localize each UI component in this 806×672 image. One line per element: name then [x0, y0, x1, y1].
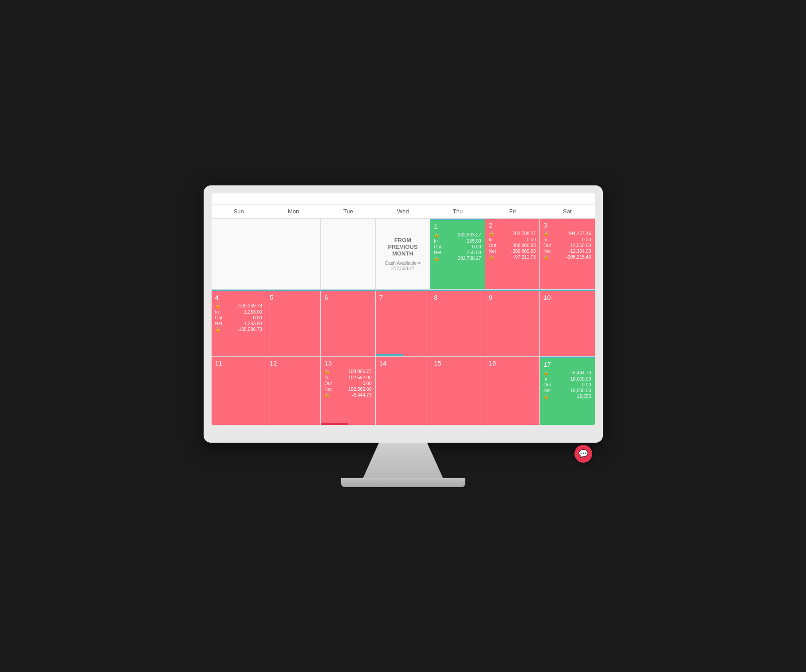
day-header-sun: Sun [212, 204, 266, 218]
cell-day-number: 7 [379, 294, 426, 301]
cell-data-row: Net18,000.00 [543, 388, 591, 393]
cell-data-row: 🔒-108,006.73 [324, 369, 371, 374]
from-prev-subtitle: Cash Availiable =202,533.27 [385, 260, 421, 271]
cell-data-label: 🔒 [434, 255, 440, 261]
cell-bar [321, 423, 348, 425]
cal-cell-2-1[interactable]: 12 [266, 357, 321, 425]
cal-cell-1-4[interactable]: 8 [430, 291, 485, 356]
day-header-tue: Tue [321, 204, 375, 218]
cell-data-row: 🔒-97,211.73 [489, 254, 536, 260]
cell-data-label: In [543, 376, 547, 381]
cal-cell-1-5[interactable]: 9 [485, 291, 540, 356]
cell-data-row: Net-12,304.00 [543, 248, 591, 254]
cell-data-row: In0.00 [489, 237, 536, 242]
monitor-stand [363, 443, 443, 478]
cell-data-row: Out12,560.00 [543, 243, 591, 248]
cell-data-row: 🔒202,788.27 [434, 255, 481, 261]
cal-cell-1-3[interactable]: 7 [376, 291, 430, 356]
screen-bezel: SunMonTueWedThuFriSat FROM PREVIOUS MONT… [204, 185, 603, 443]
cal-cell-1-2[interactable]: 6 [321, 291, 375, 356]
cell-data-row: Out0.00 [543, 382, 591, 387]
calendar-grid: FROM PREVIOUS MONTH Cash Availiable =202… [212, 219, 595, 425]
cell-data-row: 🔒-194,167.46 [543, 231, 591, 236]
cell-day-number: 11 [215, 359, 262, 367]
cell-data-value: -5,444.73 [571, 370, 591, 375]
calendar-row-1: 4🔒-109,259.73In1,253.00Out0.00Net1,253.0… [212, 290, 595, 356]
cell-data-value: -300,000.00 [511, 248, 536, 254]
calendar-title [212, 193, 595, 204]
cell-data-value: -108,006.73 [237, 326, 262, 332]
cal-cell-0-6[interactable]: 3🔒-194,167.46In0.00Out12,560.00Net-12,30… [540, 219, 594, 289]
day-header-thu: Thu [430, 204, 485, 218]
monitor-base [341, 478, 465, 487]
calendar-row-2: 111213🔒-108,006.73In102,562.00Out0.00Net… [212, 356, 595, 425]
cell-financial-data: 🔒-194,167.46In0.00Out12,560.00Net-12,304… [543, 231, 591, 260]
from-previous-label: FROM PREVIOUS MONTH Cash Availiable =202… [379, 221, 426, 287]
cell-data-label: Net [489, 248, 496, 254]
cal-cell-1-0[interactable]: 4🔒-109,259.73In1,253.00Out0.00Net1,253.0… [212, 291, 266, 356]
cal-cell-2-4[interactable]: 15 [430, 357, 485, 425]
cell-data-value: -108,006.73 [347, 369, 372, 374]
cell-data-label: 🔒 [489, 254, 495, 260]
cell-data-value: -194,167.46 [566, 231, 591, 236]
screen: SunMonTueWedThuFriSat FROM PREVIOUS MONT… [212, 193, 595, 425]
cell-data-value: -97,211.73 [514, 254, 536, 259]
cell-data-label: 🔒 [324, 369, 330, 374]
cell-data-value: 202,533.27 [458, 232, 481, 237]
cell-data-value: 1,253.00 [244, 321, 262, 326]
cell-data-label: 🔒 [543, 231, 549, 236]
cell-data-label: 🔒 [215, 303, 221, 309]
day-header-fri: Fri [485, 204, 540, 218]
cell-data-row: 🔒-5,444.73 [324, 392, 371, 398]
cell-data-row: 🔒202,533.27 [434, 232, 481, 238]
cell-financial-data: 🔒202,788.27In0.00Out300,000.00Net-300,00… [489, 231, 536, 260]
cal-cell-0-4[interactable]: 1🔒202,533.27In255.00Out0.00Net255.00🔒202… [430, 219, 485, 289]
cell-day-number: 4 [215, 294, 262, 301]
cell-data-label: Net [324, 386, 331, 392]
cell-data-value: 300,000.00 [513, 243, 536, 248]
cell-data-row: In18,000.00 [543, 376, 591, 381]
cell-day-number: 16 [489, 359, 536, 367]
cal-cell-2-2[interactable]: 13🔒-108,006.73In102,562.00Out0.00Net102,… [321, 357, 375, 425]
cell-data-label: Out [489, 243, 496, 248]
cal-cell-0-5[interactable]: 2🔒202,788.27In0.00Out300,000.00Net-300,0… [485, 219, 540, 289]
cal-cell-0-0 [212, 219, 266, 289]
calendar-row-0: FROM PREVIOUS MONTH Cash Availiable =202… [212, 219, 595, 290]
cell-day-number: 14 [379, 359, 426, 367]
cell-day-number: 2 [489, 221, 536, 229]
cell-day-number: 5 [270, 294, 317, 301]
cell-financial-data: 🔒-5,444.73In18,000.00Out0.00Net18,000.00… [543, 370, 591, 399]
cell-data-value: -109,259.73 [237, 303, 262, 308]
cal-cell-2-3[interactable]: 14 [376, 357, 430, 425]
cell-data-label: 🔒 [543, 254, 549, 260]
cell-data-label: In [543, 237, 547, 242]
cell-bar [376, 354, 403, 356]
cal-cell-2-5[interactable]: 16 [485, 357, 540, 425]
cal-cell-2-0[interactable]: 11 [212, 357, 266, 425]
cell-data-row: 🔒-108,006.73 [215, 326, 262, 332]
cell-data-label: 🔒 [543, 393, 549, 399]
cell-data-row: Net102,562.00 [324, 386, 371, 392]
calendar: SunMonTueWedThuFriSat FROM PREVIOUS MONT… [212, 193, 595, 425]
cell-data-label: 🔒 [489, 231, 495, 236]
cal-cell-1-1[interactable]: 5 [266, 291, 321, 356]
cal-cell-1-6[interactable]: 10 [540, 291, 594, 356]
cell-data-value: -5,444.73 [352, 392, 371, 397]
cell-day-number: 12 [270, 359, 317, 367]
cal-cell-0-2 [321, 219, 375, 289]
day-header-wed: Wed [376, 204, 430, 218]
cell-data-row: In255.00 [434, 238, 481, 244]
cell-data-label: Out [434, 244, 441, 249]
cell-day-number: 1 [434, 223, 481, 230]
day-header-mon: Mon [266, 204, 321, 218]
cell-data-row: Out300,000.00 [489, 243, 536, 248]
cell-data-value: -206,215.46 [566, 254, 591, 259]
cell-financial-data: 🔒202,533.27In255.00Out0.00Net255.00🔒202,… [434, 232, 481, 261]
cal-cell-2-6[interactable]: 17🔒-5,444.73In18,000.00Out0.00Net18,000.… [540, 357, 594, 425]
cell-data-row: Net255.00 [434, 250, 481, 255]
cell-data-label: In [215, 309, 219, 314]
cell-data-row: Net1,253.00 [215, 321, 262, 326]
cell-day-number: 3 [543, 221, 591, 229]
cell-data-row: In1,253.00 [215, 309, 262, 314]
cell-data-value: 18,000.00 [570, 376, 591, 381]
